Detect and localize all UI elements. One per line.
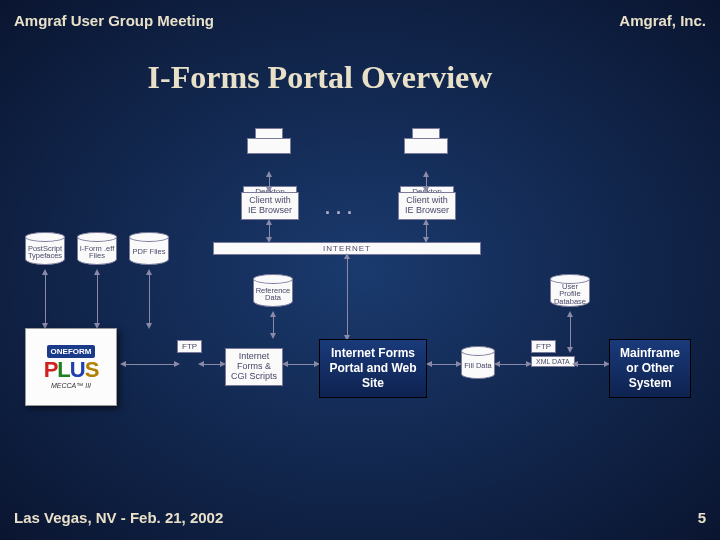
arrow-icon	[499, 364, 527, 365]
client-box: Client with IE Browser	[241, 192, 299, 220]
arrow-icon	[426, 224, 427, 238]
arrow-icon	[97, 274, 98, 324]
plus-logo: PLUS	[44, 360, 99, 380]
page-number: 5	[698, 509, 706, 526]
arrow-icon	[570, 316, 571, 348]
cylinder-icon: PDF Files	[129, 232, 169, 270]
mecca-sublabel: MECCA™ III	[51, 382, 91, 389]
cylinder-icon: I-Form .eff Files	[77, 232, 117, 270]
ftp-label: FTP	[531, 340, 556, 353]
arrow-icon	[577, 364, 605, 365]
arrow-icon	[347, 258, 348, 336]
header-left: Amgraf User Group Meeting	[14, 12, 214, 29]
footer-location-date: Las Vegas, NV - Feb. 21, 2002	[14, 509, 223, 526]
arrow-icon	[287, 364, 315, 365]
mainframe-box: Mainframe or Other System	[609, 339, 691, 398]
oneform-logo: ONEFORM PLUS MECCA™ III	[25, 328, 117, 406]
arrow-icon	[426, 176, 427, 188]
internet-forms-cgi-box: Internet Forms & CGI Scripts	[225, 348, 283, 386]
client-box: Client with IE Browser	[398, 192, 456, 220]
arrow-icon	[431, 364, 457, 365]
cylinder-icon: Reference Data	[253, 274, 293, 312]
cylinder-icon: Fill Data	[461, 346, 495, 384]
arrow-icon	[45, 274, 46, 324]
ftp-label: FTP	[177, 340, 202, 353]
arrow-icon	[203, 364, 221, 365]
arrow-icon	[273, 316, 274, 334]
cylinder-icon: User Profile Database	[550, 274, 590, 312]
architecture-diagram: Desktop Printer Desktop Printer Client w…	[25, 130, 695, 460]
portal-box: Internet Forms Portal and Web Site	[319, 339, 427, 398]
arrow-icon	[125, 364, 175, 365]
header-right: Amgraf, Inc.	[619, 12, 706, 29]
desktop-printer-icon	[400, 128, 450, 156]
desktop-printer-icon	[243, 128, 293, 156]
arrow-icon	[269, 176, 270, 188]
arrow-icon	[269, 224, 270, 238]
slide-title: I-Forms Portal Overview	[0, 59, 720, 96]
arrow-icon	[149, 274, 150, 324]
ellipsis: ...	[325, 198, 358, 219]
cylinder-icon: PostScript Typefaces	[25, 232, 65, 270]
xml-data-label: XML DATA	[531, 356, 575, 367]
